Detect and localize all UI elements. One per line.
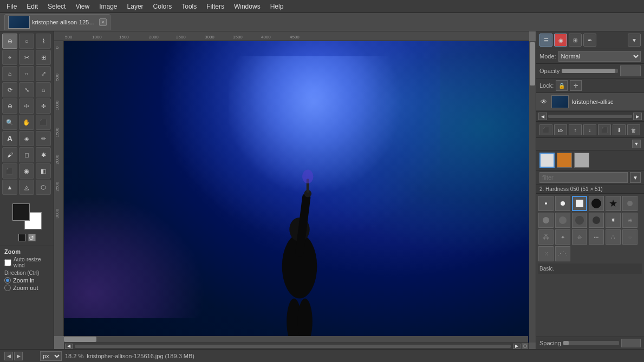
- brush-preset-2[interactable]: [555, 196, 570, 211]
- tool-transform[interactable]: ↔: [19, 66, 34, 81]
- brush-preset-3-selected[interactable]: [572, 196, 587, 211]
- tool-new[interactable]: ⊕: [2, 34, 17, 49]
- spacing-input[interactable]: 10.0: [621, 339, 641, 347]
- layer-visibility-btn[interactable]: 👁: [539, 97, 548, 106]
- tool-fuzzy[interactable]: ⌖: [2, 50, 17, 65]
- opacity-slider[interactable]: [562, 69, 618, 73]
- brush-preset-8[interactable]: [555, 213, 570, 228]
- menu-colors[interactable]: Colors: [149, 2, 177, 11]
- brush-preset-7[interactable]: [538, 213, 554, 228]
- tool-measure[interactable]: ⬛: [36, 115, 51, 130]
- nav-right-btn[interactable]: ▶: [513, 344, 521, 349]
- menu-tools[interactable]: Tools: [177, 2, 201, 11]
- tool-by-color[interactable]: ⊞: [36, 50, 51, 65]
- tool-paintbrush[interactable]: 🖌: [2, 147, 17, 162]
- scrollbar-horizontal-thumb[interactable]: [64, 337, 96, 342]
- brush-preset-18[interactable]: ⁘: [622, 229, 638, 245]
- tool-text[interactable]: A: [2, 131, 17, 146]
- nav-arrows-left[interactable]: ◀: [4, 352, 13, 360]
- auto-resize-checkbox[interactable]: Auto-resize wind: [4, 256, 49, 268]
- nav-left-btn[interactable]: ◀: [65, 344, 73, 349]
- opacity-input[interactable]: 100.0: [620, 65, 641, 76]
- tool-bucket[interactable]: ▲: [2, 180, 17, 195]
- panel-menu-btn[interactable]: ▼: [628, 34, 641, 47]
- brush-preset-20[interactable]: ⋰⋱: [555, 246, 570, 261]
- zoom-in-option[interactable]: Zoom in: [4, 277, 49, 284]
- tool-zoom[interactable]: 🔍: [2, 115, 17, 130]
- horizontal-scrolltrack[interactable]: [75, 345, 511, 348]
- mode-select[interactable]: Normal: [558, 51, 641, 62]
- lower-layer-btn[interactable]: ↓: [583, 124, 596, 135]
- duplicate-layer-btn[interactable]: ⬛: [598, 124, 611, 135]
- brush-filter-dropdown-btn[interactable]: ▼: [630, 172, 641, 183]
- brush-preset-15[interactable]: ❊: [572, 229, 587, 245]
- brush-preset-5[interactable]: ★: [606, 196, 621, 211]
- zoom-out-option[interactable]: Zoom out: [4, 285, 49, 291]
- brush-preset-11[interactable]: ⁕: [606, 213, 621, 228]
- auto-resize-input[interactable]: [4, 259, 11, 266]
- foreground-color-swatch[interactable]: [12, 203, 30, 221]
- tool-scissors[interactable]: ✂: [19, 50, 34, 65]
- menu-filters[interactable]: Filters: [202, 2, 229, 11]
- tool-eraser[interactable]: ◻: [19, 147, 34, 162]
- tool-flip[interactable]: ⤡: [19, 82, 34, 97]
- new-layer-btn[interactable]: 🗁: [554, 124, 567, 135]
- swap-colors-icon[interactable]: ↺: [28, 234, 36, 241]
- scrollbar-vertical-thumb[interactable]: [530, 42, 535, 85]
- menu-select[interactable]: Select: [43, 2, 70, 11]
- merge-layer-btn[interactable]: ⬇: [613, 124, 626, 135]
- tool-crop[interactable]: ⌂: [2, 66, 17, 81]
- channels-icon-btn[interactable]: ⊞: [569, 34, 582, 47]
- brush-swatch-white[interactable]: [539, 153, 555, 168]
- scrollbar-vertical[interactable]: [529, 41, 536, 343]
- tool-rotate[interactable]: ⟳: [2, 82, 17, 97]
- layer-item[interactable]: 👁 kristopher-allisc: [536, 93, 644, 111]
- history-icon-btn[interactable]: ◉: [554, 34, 567, 47]
- lock-position-btn[interactable]: ✛: [570, 80, 582, 91]
- scrollbar-horizontal[interactable]: [64, 336, 528, 343]
- brush-preset-1[interactable]: [538, 196, 554, 211]
- brush-panel-expand-btn[interactable]: ▼: [632, 140, 641, 148]
- brush-preset-4[interactable]: [589, 196, 604, 211]
- lock-pixels-btn[interactable]: 🔒: [556, 80, 568, 91]
- raise-layer-btn[interactable]: ↑: [569, 124, 582, 135]
- brush-preset-16[interactable]: ▪▪▪: [589, 229, 604, 245]
- unit-select[interactable]: px: [40, 351, 62, 361]
- brush-preset-17[interactable]: ∴: [606, 229, 621, 245]
- tab-close-button[interactable]: ×: [99, 18, 107, 26]
- canvas-image[interactable]: [64, 41, 535, 349]
- brush-preset-14[interactable]: ✦: [555, 229, 570, 245]
- layers-scroll-left-btn[interactable]: ◀: [538, 113, 547, 120]
- tool-path[interactable]: ◈: [19, 131, 34, 146]
- image-tab[interactable]: kristopher-allison-125616.jpg ×: [4, 14, 110, 30]
- menu-help[interactable]: Help: [266, 2, 288, 11]
- small-fg-swatch[interactable]: [18, 234, 26, 241]
- tool-scale[interactable]: ⤢: [36, 66, 51, 81]
- brush-swatch-orange[interactable]: [557, 153, 572, 168]
- menu-image[interactable]: Image: [95, 2, 121, 11]
- menu-file[interactable]: File: [2, 2, 21, 11]
- delete-layer-btn[interactable]: 🗑: [627, 124, 640, 135]
- menu-edit[interactable]: Edit: [22, 2, 42, 11]
- menu-view[interactable]: View: [71, 2, 94, 11]
- resize-handle[interactable]: ⊡: [522, 343, 528, 350]
- brush-preset-13[interactable]: ⁂: [538, 229, 554, 245]
- tool-free-select[interactable]: ⌇: [36, 34, 51, 49]
- layers-icon-btn[interactable]: ☰: [539, 34, 552, 47]
- layers-scroll-track[interactable]: [548, 115, 632, 118]
- menu-windows[interactable]: Windows: [230, 2, 265, 11]
- brush-preset-12[interactable]: ✳: [622, 213, 638, 228]
- tool-blend[interactable]: ◬: [19, 180, 34, 195]
- tool-heal[interactable]: ◉: [19, 163, 34, 179]
- new-layer-from-file-btn[interactable]: ⬛: [539, 124, 552, 135]
- paths-icon-btn[interactable]: ✒: [583, 34, 596, 47]
- tool-warp[interactable]: ⊕: [2, 98, 17, 114]
- tool-airbrush[interactable]: ✱: [36, 147, 51, 162]
- layers-scroll-right-btn[interactable]: ▶: [633, 113, 642, 120]
- tool-pencil[interactable]: ✏: [36, 131, 51, 146]
- tool-ellipse-select[interactable]: ○: [19, 34, 34, 49]
- tool-move[interactable]: ✛: [36, 98, 51, 114]
- tool-align[interactable]: ☩: [19, 98, 34, 114]
- tool-pan[interactable]: ✋: [19, 115, 34, 130]
- tool-perspective[interactable]: ◧: [36, 163, 51, 179]
